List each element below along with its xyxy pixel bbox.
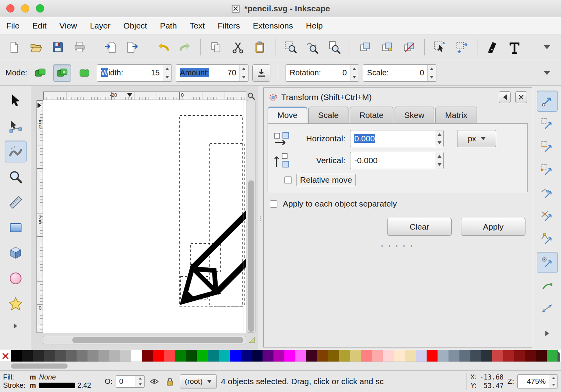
vertical-field[interactable]: -0.000: [350, 152, 444, 169]
scale-spin-arrows[interactable]: [427, 65, 436, 81]
zoom-page-button[interactable]: [324, 37, 345, 57]
palette-swatch[interactable]: [44, 350, 55, 362]
zoom-value[interactable]: 475%: [518, 375, 549, 388]
palette-swatch[interactable]: [98, 350, 109, 362]
layer-lock-button[interactable]: [164, 376, 176, 387]
spray-tool-button[interactable]: [5, 141, 27, 162]
menu-item-file[interactable]: File: [6, 21, 20, 30]
palette-swatch[interactable]: [252, 350, 263, 362]
new-document-button[interactable]: [4, 37, 24, 57]
palette-swatch[interactable]: [438, 350, 448, 362]
palette-swatch[interactable]: [427, 350, 438, 362]
palette-swatch[interactable]: [470, 350, 481, 362]
palette-swatch[interactable]: [88, 350, 98, 362]
snap-bbox-corners-button[interactable]: [537, 160, 558, 181]
palette-swatch[interactable]: [164, 350, 175, 362]
menu-item-view[interactable]: View: [59, 21, 77, 30]
palette-scrollbar[interactable]: [0, 362, 561, 370]
print-button[interactable]: [70, 37, 90, 57]
toolbox-expander-button[interactable]: [5, 318, 27, 334]
opacity-value[interactable]: 0: [116, 376, 136, 387]
menu-item-extensions[interactable]: Extensions: [253, 21, 293, 30]
tab-move[interactable]: Move: [268, 107, 307, 123]
layer-selector[interactable]: (root): [180, 374, 217, 388]
canvas-viewport[interactable]: [43, 100, 246, 333]
palette-swatch[interactable]: [153, 350, 164, 362]
export-button[interactable]: [122, 37, 143, 57]
palette-swatch[interactable]: [372, 350, 383, 362]
select-original-button[interactable]: [430, 37, 450, 57]
palette-swatch[interactable]: [547, 350, 558, 362]
panel-float-button[interactable]: [499, 91, 511, 103]
palette-swatch[interactable]: [492, 350, 503, 362]
palette-swatch[interactable]: [273, 350, 284, 362]
snap-cusp-nodes-button[interactable]: [537, 229, 558, 250]
vertical-scrollbar-thumb[interactable]: [248, 180, 254, 332]
snap-path-intersections-button[interactable]: [537, 206, 558, 227]
amount-spinbox[interactable]: Amount: 70: [176, 64, 248, 82]
apply-button[interactable]: Apply: [461, 218, 525, 236]
snap-toggle-button[interactable]: [537, 91, 558, 112]
palette-swatch[interactable]: [11, 350, 22, 362]
unit-dropdown[interactable]: px: [457, 130, 496, 147]
menu-item-path[interactable]: Path: [160, 21, 177, 30]
menu-item-edit[interactable]: Edit: [32, 21, 46, 30]
amount-spin-arrows[interactable]: [239, 65, 248, 81]
tab-skew[interactable]: Skew: [395, 107, 434, 123]
rotation-value[interactable]: 0: [323, 68, 350, 77]
duplicate-button[interactable]: [355, 37, 375, 57]
unlink-clone-button[interactable]: [399, 37, 419, 57]
panel-resize-grip[interactable]: • • • • •: [264, 243, 532, 249]
menu-item-object[interactable]: Object: [123, 21, 147, 30]
text-dialog-button[interactable]: [504, 37, 525, 57]
palette-scroll-right-button[interactable]: [557, 353, 560, 362]
rotation-spin-arrows[interactable]: [350, 65, 359, 81]
relative-move-checkbox[interactable]: [284, 176, 292, 184]
apply-each-checkbox[interactable]: [270, 200, 277, 208]
use-pressure-button[interactable]: [252, 64, 270, 82]
save-document-button[interactable]: [48, 37, 68, 57]
copy-button[interactable]: [206, 37, 226, 57]
star-tool-button[interactable]: [5, 293, 27, 315]
palette-swatch[interactable]: [175, 350, 186, 362]
palette-swatch[interactable]: [394, 350, 405, 362]
opacity-spinbox[interactable]: 0: [116, 375, 145, 388]
palette-swatch[interactable]: [241, 350, 252, 362]
create-clone-button[interactable]: [377, 37, 397, 57]
cms-toggle-button[interactable]: [247, 336, 256, 344]
palette-swatch[interactable]: [416, 350, 427, 362]
snapbar-expander-button[interactable]: [537, 326, 558, 340]
zoom-selection-button[interactable]: [280, 37, 301, 57]
palette-swatch[interactable]: [33, 350, 44, 362]
palette-swatch[interactable]: [66, 350, 77, 362]
stroke-color-swatch[interactable]: [39, 383, 75, 388]
palette-swatch[interactable]: [339, 350, 350, 362]
palette-swatch[interactable]: [448, 350, 459, 362]
palette-swatch[interactable]: [284, 350, 295, 362]
palette-swatch[interactable]: [328, 350, 339, 362]
width-spinbox[interactable]: Width: 15: [97, 64, 172, 82]
spray-mode-union-button[interactable]: [75, 64, 93, 82]
palette-swatch[interactable]: [525, 350, 536, 362]
zoom-spin-arrows[interactable]: [549, 375, 557, 388]
snap-others-button[interactable]: [537, 252, 558, 273]
snap-bbox-button[interactable]: [537, 114, 558, 135]
redo-button[interactable]: [175, 37, 195, 57]
palette-swatch[interactable]: [109, 350, 120, 362]
fill-stroke-dialog-button[interactable]: [482, 37, 503, 57]
menu-item-layer[interactable]: Layer: [90, 21, 111, 30]
undo-button[interactable]: [153, 37, 173, 57]
palette-swatch[interactable]: [361, 350, 372, 362]
horizontal-spin-arrows[interactable]: [435, 130, 443, 147]
rotation-spinbox[interactable]: Rotation: 0: [286, 64, 359, 82]
ellipse-tool-button[interactable]: [5, 267, 27, 289]
paste-button[interactable]: [250, 37, 270, 57]
palette-swatch[interactable]: [295, 350, 306, 362]
palette-swatch[interactable]: [536, 350, 547, 362]
snap-nodes-button[interactable]: [537, 183, 558, 204]
node-tool-button[interactable]: [5, 115, 27, 137]
tab-matrix[interactable]: Matrix: [435, 107, 477, 123]
transform-dialog-button[interactable]: [452, 37, 472, 57]
measure-tool-button[interactable]: [5, 191, 27, 213]
maximize-window-button[interactable]: [36, 4, 44, 12]
